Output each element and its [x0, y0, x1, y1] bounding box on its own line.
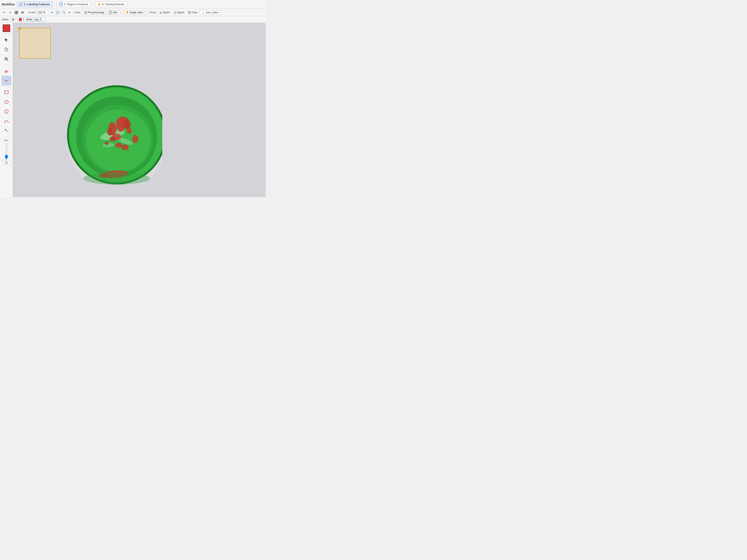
class-item-name: Bottle_Cap_D... [26, 18, 44, 21]
view-group: View: Pre-processing Cell ▾ Single class [74, 10, 147, 15]
export-label: Export [177, 11, 184, 14]
svg-point-63 [83, 172, 150, 185]
cell-icon [109, 11, 112, 14]
zoom-fit-button[interactable] [55, 10, 60, 15]
auto-label-dropdown: ▾ [218, 11, 220, 14]
select-mode-button[interactable] [61, 10, 67, 15]
scribble-tool-button[interactable] [2, 76, 11, 85]
cell-label: Cell [112, 11, 117, 14]
svg-point-2 [21, 3, 22, 4]
svg-line-29 [7, 60, 8, 61]
import-label: Import [163, 11, 170, 14]
separator-1 [27, 10, 27, 15]
hash-button[interactable] [20, 10, 25, 15]
import-icon [159, 11, 162, 14]
svg-point-22 [126, 11, 128, 14]
svg-rect-21 [109, 11, 111, 14]
svg-rect-16 [57, 11, 58, 13]
svg-point-52 [107, 128, 113, 135]
trash-icon [188, 11, 191, 14]
magnify-icon [4, 57, 9, 61]
scale-group: Scale: ▾ [28, 10, 54, 15]
size-label: Size [4, 139, 8, 142]
size-value: 11 [3, 160, 10, 164]
grid-button[interactable] [14, 10, 19, 15]
class-item-number: 1: [23, 18, 25, 21]
svg-line-26 [202, 11, 203, 12]
svg-rect-9 [15, 12, 16, 14]
arrow-icon [4, 38, 8, 42]
image-canvas [54, 33, 154, 178]
rect-tool-button[interactable] [2, 88, 11, 97]
select-icon [62, 11, 66, 14]
single-class-label: Single class [129, 11, 143, 14]
fill-tool-button[interactable] [2, 126, 11, 135]
mask-group: Mask: [150, 11, 157, 14]
zoom-fit-icon [56, 11, 59, 14]
thumbnail-navigator[interactable] [19, 28, 51, 58]
auto-label-button[interactable]: Auto Label ▾ [200, 10, 222, 15]
tab-labeling[interactable]: 1. Labeling Features [17, 2, 53, 7]
zoom-tool-button[interactable] [2, 55, 11, 64]
color-swatch[interactable] [3, 24, 10, 32]
toolbar: ↩ ↪ Scale: ▾ ▾ [0, 9, 265, 16]
polygon-tool-button[interactable] [2, 107, 11, 116]
fill-icon [4, 128, 9, 133]
redo-button[interactable]: ↪ [7, 10, 13, 15]
hand-icon [4, 47, 9, 52]
bezier-tool-button[interactable] [2, 117, 11, 126]
cell-dropdown-arrow: ▾ [118, 11, 119, 14]
select-tool-button[interactable] [2, 35, 11, 45]
ellipse-tool-button[interactable] [2, 97, 11, 106]
svg-point-53 [127, 128, 132, 134]
training-icon [98, 3, 101, 6]
export-button[interactable]: Export [172, 10, 186, 14]
cap-image [54, 33, 162, 185]
scale-dropdown-button[interactable]: ▾ [50, 10, 54, 15]
class-bar: Class: ⚙ 1: Bottle_Cap_D... [0, 16, 265, 23]
svg-rect-4 [60, 3, 62, 5]
pan-tool-button[interactable] [2, 45, 11, 54]
eraser-tool-button[interactable] [2, 67, 11, 76]
chevron-1: › [54, 3, 55, 6]
svg-rect-20 [85, 12, 86, 13]
labeling-icon [20, 3, 23, 6]
ellipse-icon [4, 100, 9, 104]
tab-training[interactable]: 3. Training Results [95, 2, 127, 7]
svg-line-12 [23, 11, 23, 14]
clear-button[interactable]: Clear [186, 10, 199, 14]
svg-rect-33 [5, 91, 8, 94]
preprocessing-icon [84, 11, 87, 14]
svg-rect-8 [17, 11, 18, 12]
class-gear-button[interactable]: ⚙ [11, 17, 15, 22]
thumbnail-corner [19, 27, 21, 29]
single-class-button[interactable]: Single class ▾ [124, 10, 147, 15]
svg-rect-7 [15, 11, 16, 12]
svg-rect-23 [188, 12, 190, 14]
svg-rect-19 [84, 11, 85, 12]
export-icon [174, 11, 176, 14]
hash-icon [21, 11, 24, 14]
grid-icon [15, 11, 18, 14]
class-item-1[interactable]: 1: Bottle_Cap_D... [17, 18, 46, 22]
svg-point-55 [109, 136, 115, 142]
scale-input[interactable] [37, 10, 49, 15]
polygon-icon [4, 109, 9, 114]
tab-roi[interactable]: 2. Region of Interest [57, 2, 91, 7]
undo-button[interactable]: ↩ [1, 10, 7, 15]
main-area: Size 11 [0, 23, 265, 197]
canvas-area[interactable] [13, 23, 265, 197]
scribble-icon [4, 78, 9, 83]
auto-label-label: Auto Label [206, 11, 217, 14]
bezier-icon [4, 119, 9, 123]
svg-point-59 [105, 142, 109, 145]
svg-rect-10 [17, 12, 18, 14]
preprocessing-button[interactable]: Pre-processing [82, 10, 106, 15]
class-label: Class: [2, 18, 9, 21]
select-dropdown-button[interactable]: ▾ [68, 10, 71, 15]
import-button[interactable]: Import [158, 10, 171, 14]
svg-point-34 [5, 100, 8, 103]
size-slider[interactable] [4, 143, 8, 159]
cell-button[interactable]: Cell ▾ [107, 10, 121, 15]
svg-point-57 [121, 145, 129, 150]
